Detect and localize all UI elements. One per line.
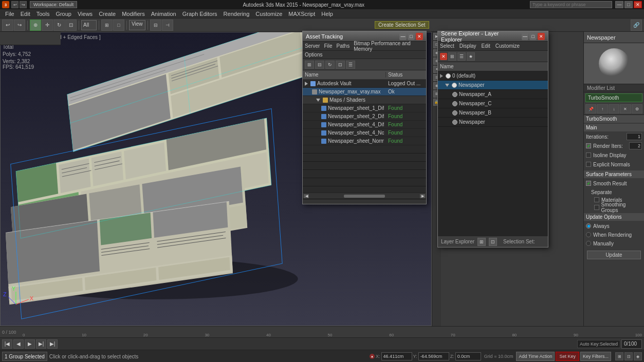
- toolbar-region-btn[interactable]: ⊞: [101, 20, 113, 31]
- undo-icon[interactable]: ↩: [11, 1, 19, 8]
- at-tool-1[interactable]: ⊞: [305, 61, 314, 69]
- at-row-max-file[interactable]: Newspaper_max_vray.max Ok: [303, 88, 426, 96]
- at-row-sheet5[interactable]: Newspaper_sheet_Normal.png Found: [303, 137, 426, 145]
- at-row-sheet2[interactable]: Newspaper_sheet_2_Diffuse.png Found: [303, 112, 426, 121]
- at-menu-options[interactable]: Options: [305, 52, 322, 58]
- menu-graph-editors[interactable]: Graph Editors: [179, 9, 220, 18]
- le-row-newspaper-a[interactable]: Newspaper_A: [438, 90, 548, 99]
- add-time-action-btn[interactable]: Add Time Action: [516, 352, 555, 361]
- at-scroll-right[interactable]: ▶: [420, 194, 425, 198]
- key-filters-btn[interactable]: Key Filters...: [580, 352, 611, 361]
- play-btn[interactable]: ▶: [25, 339, 35, 349]
- toolbar-undo-btn[interactable]: ↩: [2, 20, 13, 31]
- at-menu-bitmap[interactable]: Bitmap Performance and Memory: [354, 41, 424, 52]
- asset-tracking-close[interactable]: ✕: [416, 33, 423, 40]
- scale-btn[interactable]: ⊡: [65, 20, 77, 31]
- smooth-result-checkbox[interactable]: ✓: [586, 181, 591, 186]
- le-tool-2[interactable]: ☰: [457, 52, 466, 61]
- delete-modifier-btn[interactable]: ✕: [620, 104, 631, 113]
- pb-icon-3[interactable]: ◈: [634, 352, 642, 360]
- materials-checkbox[interactable]: [594, 197, 599, 202]
- le-tool-1[interactable]: ⊞: [448, 52, 456, 61]
- menu-group[interactable]: Group: [52, 9, 75, 18]
- select-object-btn[interactable]: ⊕: [30, 20, 41, 31]
- select-filter[interactable]: All: [81, 20, 97, 30]
- le-maximize[interactable]: □: [529, 33, 537, 40]
- workspace-selector[interactable]: Workspace: Default: [30, 1, 77, 8]
- at-tool-4[interactable]: ⊡: [336, 61, 345, 69]
- at-scroll-thumb[interactable]: [309, 194, 420, 198]
- smoothing-groups-checkbox[interactable]: [594, 205, 599, 210]
- render-iters-input[interactable]: [629, 142, 642, 149]
- prev-frame-btn[interactable]: ◀: [13, 339, 24, 349]
- set-key-btn[interactable]: Set Key: [556, 352, 579, 361]
- play-end-btn[interactable]: ▶|: [47, 339, 58, 349]
- toolbar-window-btn[interactable]: □: [113, 20, 124, 31]
- move-down-btn[interactable]: ↓: [609, 104, 619, 113]
- at-tool-3[interactable]: ↻: [325, 61, 335, 69]
- iterations-input[interactable]: [627, 133, 642, 140]
- le-tool-3[interactable]: ★: [467, 52, 475, 61]
- pin-btn[interactable]: 📌: [585, 104, 596, 113]
- pb-icon-1[interactable]: ⊞: [615, 352, 623, 360]
- le-menu-display[interactable]: Display: [459, 43, 476, 49]
- le-row-newspaper-c[interactable]: Newspaper_C: [438, 99, 548, 108]
- isoline-checkbox[interactable]: [586, 153, 591, 158]
- at-menu-server[interactable]: Server: [305, 43, 320, 49]
- selection-button[interactable]: Create Selection Set: [375, 21, 429, 29]
- menu-edit[interactable]: Edit: [17, 9, 33, 18]
- at-tool-2[interactable]: ⊟: [315, 61, 324, 69]
- frame-counter[interactable]: 0/100: [621, 339, 642, 349]
- at-tool-5[interactable]: ☰: [346, 61, 355, 69]
- menu-customize[interactable]: Customize: [252, 9, 285, 18]
- menu-modifiers[interactable]: Modifiers: [119, 9, 148, 18]
- at-row-vault[interactable]: Autodesk Vault Logged Out ...: [303, 80, 426, 88]
- menu-file[interactable]: File: [2, 9, 17, 18]
- maximize-button[interactable]: □: [624, 1, 633, 8]
- modifier-item-turbosmooth[interactable]: TurboSmooth: [585, 93, 642, 102]
- render-iters-checkbox[interactable]: ✓: [586, 143, 591, 148]
- y-coord[interactable]: [418, 352, 449, 360]
- menu-rendering[interactable]: Rendering: [220, 9, 253, 18]
- menu-views[interactable]: Views: [75, 9, 96, 18]
- menu-tools[interactable]: Tools: [33, 9, 53, 18]
- at-thumb[interactable]: [344, 195, 385, 198]
- at-scroll-left[interactable]: ◀: [304, 194, 309, 198]
- redo-icon[interactable]: ↪: [20, 1, 27, 8]
- at-scrollbar-h[interactable]: ◀ ▶: [303, 193, 426, 199]
- pb-icon-2[interactable]: ⊡: [624, 352, 633, 360]
- menu-animation[interactable]: Animation: [148, 9, 179, 18]
- close-button[interactable]: ✕: [634, 1, 642, 8]
- le-icon-btn-2[interactable]: ⊡: [489, 238, 497, 246]
- next-frame-btn[interactable]: ▶|: [36, 339, 46, 349]
- at-row-sheet4[interactable]: Newspaper_sheet_4_Normal.png Found: [303, 129, 426, 137]
- move-btn[interactable]: ✛: [42, 20, 53, 31]
- timeline-track[interactable]: 0 / 100 0 10 20 30 40 50 60 70 80 90 100: [0, 327, 644, 338]
- at-menu-paths[interactable]: Paths: [337, 43, 350, 49]
- asset-tracking-minimize[interactable]: —: [399, 33, 407, 40]
- menu-create[interactable]: Create: [96, 9, 119, 18]
- link-btn[interactable]: 🔗: [631, 20, 642, 31]
- le-menu-edit[interactable]: Edit: [482, 43, 490, 49]
- asset-tracking-maximize[interactable]: □: [408, 33, 415, 40]
- menu-help[interactable]: Help: [318, 9, 336, 18]
- move-up-btn[interactable]: ↑: [597, 104, 608, 113]
- configure-modifier-btn[interactable]: ⚙: [632, 104, 642, 113]
- search-input[interactable]: [530, 1, 612, 8]
- at-row-sheet1[interactable]: Newspaper_sheet_1_Diffuse.png Found: [303, 104, 426, 112]
- le-icon-btn-1[interactable]: ⊞: [477, 238, 486, 246]
- x-coord[interactable]: [381, 352, 412, 360]
- align-btn[interactable]: ⊟: [150, 20, 161, 31]
- rotate-btn[interactable]: ↻: [53, 20, 65, 31]
- at-row-maps-folder[interactable]: Maps / Shaders: [303, 96, 426, 104]
- when-rendering-radio[interactable]: [586, 232, 591, 237]
- mirror-btn[interactable]: ⊣: [162, 20, 173, 31]
- le-row-newspaper-b[interactable]: Newspaper_B: [438, 108, 548, 118]
- le-row-newspaper-layer[interactable]: Newspaper: [438, 81, 548, 90]
- always-radio[interactable]: [586, 223, 591, 228]
- play-start-btn[interactable]: |◀: [2, 339, 12, 349]
- le-close[interactable]: ✕: [538, 33, 545, 40]
- toolbar-redo-btn[interactable]: ↪: [14, 20, 25, 31]
- le-row-default-layer[interactable]: 0 (default): [438, 71, 548, 81]
- le-menu-customize[interactable]: Customize: [495, 43, 520, 49]
